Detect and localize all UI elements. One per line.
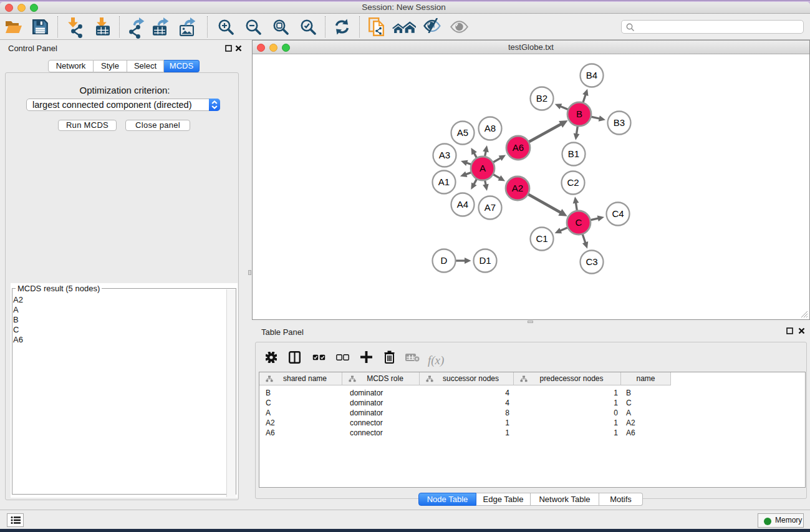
svg-text:B1: B1: [568, 148, 579, 159]
svg-text:D: D: [441, 255, 448, 266]
svg-text:A1: A1: [438, 177, 450, 187]
svg-text:C4: C4: [612, 208, 624, 219]
svg-text:B4: B4: [586, 70, 597, 80]
svg-text:C: C: [576, 217, 582, 228]
svg-text:A5: A5: [457, 127, 468, 138]
svg-text:A2: A2: [512, 183, 523, 193]
svg-text:B: B: [576, 109, 582, 119]
svg-text:B3: B3: [614, 117, 625, 128]
svg-text:A3: A3: [439, 150, 450, 160]
svg-text:A8: A8: [485, 123, 496, 133]
svg-text:C3: C3: [586, 256, 597, 267]
svg-text:C1: C1: [536, 233, 547, 244]
svg-text:B2: B2: [536, 93, 547, 104]
svg-text:A4: A4: [457, 199, 468, 210]
svg-text:A: A: [480, 163, 486, 173]
svg-text:A6: A6: [513, 142, 524, 153]
svg-text:C2: C2: [567, 177, 579, 188]
svg-text:D1: D1: [479, 255, 491, 266]
svg-text:A7: A7: [485, 202, 496, 213]
